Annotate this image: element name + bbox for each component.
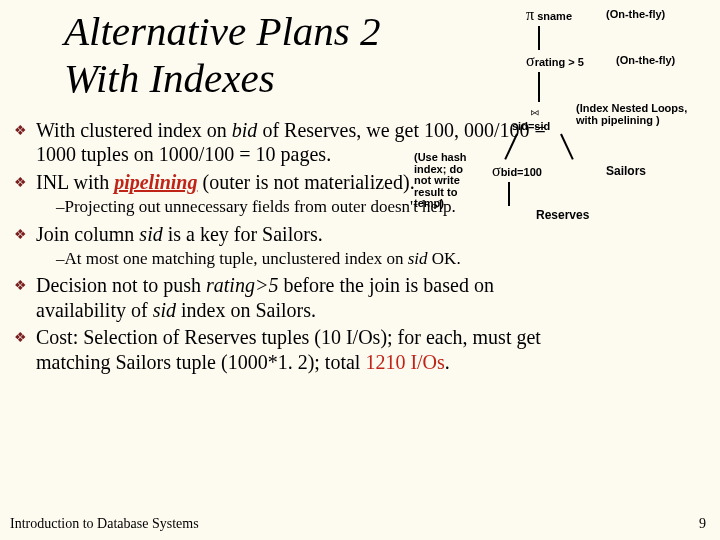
- bullet-3-ital: sid: [139, 223, 162, 245]
- pi-symbol: π: [526, 6, 534, 23]
- sub-2-pre: –At most one matching tuple, unclustered…: [56, 249, 408, 268]
- bullet-1-ital: bid: [232, 119, 258, 141]
- bullet-2-text-a: INL with: [36, 171, 114, 193]
- bullet-icon: ❖: [14, 329, 27, 346]
- bullet-4-ital2: sid: [153, 299, 176, 321]
- tree-edge: [538, 26, 540, 50]
- page-number: 9: [699, 516, 706, 532]
- bullet-5-cost: 1210 I/Os: [365, 351, 444, 373]
- bullet-2-pipelining: pipelining: [114, 171, 197, 193]
- on-the-fly-note-2: (On-the-fly): [616, 54, 675, 66]
- inl-note-1: (Index Nested Loops,: [576, 102, 687, 114]
- sigma-bid-label: bid=100: [501, 166, 542, 178]
- bullet-4-text-a: Decision not to push: [36, 274, 206, 296]
- footer-text: Introduction to Database Systems: [10, 516, 199, 532]
- reserves-leaf: Reserves: [536, 208, 589, 222]
- title-line-1: Alternative Plans 2: [64, 8, 381, 54]
- tree-edge: [508, 182, 510, 206]
- bullet-5: ❖ Cost: Selection of Reserves tuples (10…: [8, 325, 548, 374]
- bullet-5-text-b: .: [445, 351, 450, 373]
- hash-note: (Use hash index; do not write result to …: [414, 152, 492, 210]
- sigma-symbol: σ: [526, 52, 535, 69]
- tree-edge: [560, 134, 574, 160]
- tree-edge: [538, 72, 540, 102]
- join-symbol: ⨝: [530, 102, 540, 119]
- bullet-4-text-c: index on Sailors.: [176, 299, 316, 321]
- sigma-symbol: σ: [492, 162, 501, 179]
- on-the-fly-note-1: (On-the-fly): [606, 8, 665, 20]
- bullet-icon: ❖: [14, 122, 27, 139]
- bullet-4: ❖ Decision not to push rating>5 before t…: [8, 273, 548, 322]
- join-condition: sid=sid: [512, 120, 550, 132]
- bullet-icon: ❖: [14, 226, 27, 243]
- pi-sname-label: sname: [537, 10, 572, 22]
- sub-2-ital: sid: [408, 249, 428, 268]
- slide-title: Alternative Plans 2 With Indexes: [64, 8, 424, 102]
- query-plan-diagram: π sname (On-the-fly) σrating > 5 (On-the…: [456, 6, 716, 256]
- bullet-3-text-a: Join column: [36, 223, 139, 245]
- title-line-2: With Indexes: [64, 55, 275, 101]
- bullet-2-text-b: (outer is not materialized).: [198, 171, 415, 193]
- sailors-leaf: Sailors: [606, 164, 646, 178]
- bullet-5-text-a: Cost: Selection of Reserves tuples (10 I…: [36, 326, 541, 372]
- bullet-icon: ❖: [14, 174, 27, 191]
- bullet-icon: ❖: [14, 277, 27, 294]
- tree-edge: [504, 134, 518, 160]
- hash-note-text: (Use hash index; do not write result to …: [414, 151, 467, 209]
- sigma-rating-label: rating > 5: [535, 56, 584, 68]
- bullet-4-ital: rating>5: [206, 274, 278, 296]
- bullet-1-text-a: With clustered index on: [36, 119, 232, 141]
- bullet-3-text-b: is a key for Sailors.: [163, 223, 323, 245]
- inl-note-2: with pipelining ): [576, 114, 660, 126]
